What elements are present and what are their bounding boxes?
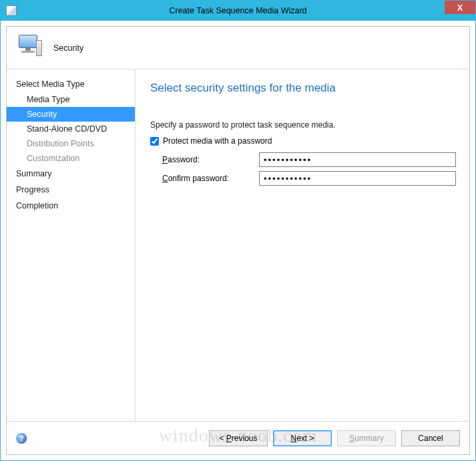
content-description: Specify a password to protect task seque…: [150, 120, 456, 130]
wizard-body: Select Media Type Media Type Security St…: [7, 69, 469, 421]
help-icon[interactable]: ?: [16, 433, 27, 444]
sidebar-group-summary[interactable]: Summary: [7, 166, 135, 182]
next-button[interactable]: Next >: [273, 430, 332, 446]
wizard-sidebar: Select Media Type Media Type Security St…: [7, 69, 136, 421]
summary-button: Summary: [337, 430, 396, 446]
sidebar-group-progress[interactable]: Progress: [7, 182, 135, 198]
password-input[interactable]: [259, 152, 456, 167]
sidebar-item-media-type[interactable]: Media Type: [7, 92, 135, 107]
content-heading: Select security settings for the media: [150, 82, 456, 95]
wizard-footer: ? < Previous Next > Summary Cancel: [7, 421, 469, 454]
close-button[interactable]: X: [445, 1, 475, 14]
password-row: Password:: [150, 152, 456, 167]
sidebar-group-select-media-type[interactable]: Select Media Type: [7, 76, 135, 92]
protect-password-label[interactable]: Protect media with a password: [163, 136, 272, 146]
wizard-header: Security: [7, 27, 469, 69]
system-menu-icon[interactable]: [6, 5, 17, 16]
protect-password-checkbox[interactable]: [150, 137, 159, 146]
protect-password-row: Protect media with a password: [150, 136, 456, 146]
confirm-password-input[interactable]: [259, 171, 456, 186]
wizard-window: Create Task Sequence Media Wizard X Secu…: [0, 0, 476, 461]
sidebar-item-customization[interactable]: Customization: [7, 151, 135, 166]
sidebar-item-distribution-points[interactable]: Distribution Points: [7, 136, 135, 151]
confirm-password-label: Confirm password:: [162, 174, 259, 183]
previous-button[interactable]: < Previous: [209, 430, 268, 446]
computer-icon: [16, 35, 43, 61]
cancel-button[interactable]: Cancel: [401, 430, 460, 446]
sidebar-group-completion[interactable]: Completion: [7, 198, 135, 214]
close-icon: X: [457, 3, 463, 13]
confirm-password-row: Confirm password:: [150, 171, 456, 186]
page-title: Security: [53, 43, 83, 53]
titlebar[interactable]: Create Task Sequence Media Wizard X: [1, 1, 475, 21]
password-label: Password:: [162, 155, 259, 164]
wizard-content: Select security settings for the media S…: [136, 69, 469, 421]
window-title: Create Task Sequence Media Wizard: [17, 6, 475, 15]
sidebar-item-security[interactable]: Security: [7, 107, 135, 122]
wizard-inner: Security Select Media Type Media Type Se…: [6, 26, 470, 455]
sidebar-item-standalone-cd-dvd[interactable]: Stand-Alone CD/DVD: [7, 122, 135, 136]
